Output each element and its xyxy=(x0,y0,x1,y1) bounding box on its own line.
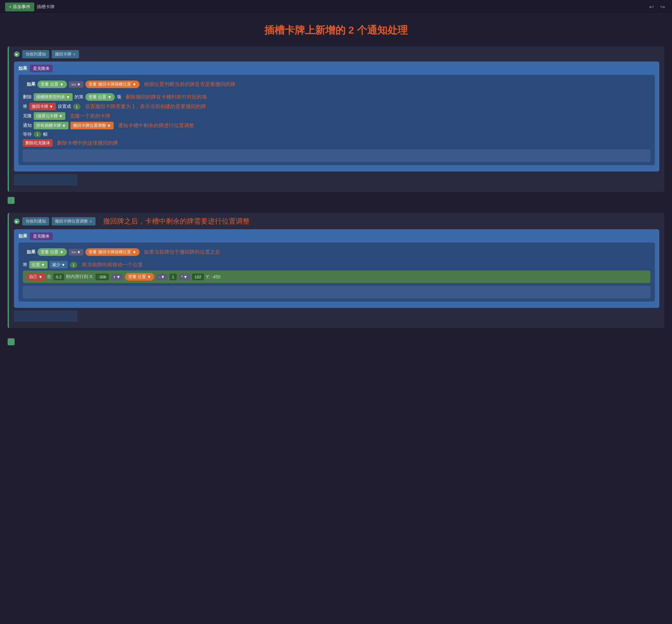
var-tag-2b[interactable]: 变量 撤回卡牌插槽位置 ▼ xyxy=(85,248,140,256)
tween-self-tag[interactable]: 自己 ▼ xyxy=(27,273,45,281)
tween-slide-kw: 秒内滑行到 X: xyxy=(66,274,94,280)
action-row-2-1: 将 位置 ▼ 减少 ▼ 1 将当前牌向前移动一个位置 xyxy=(23,261,650,268)
add-event-button[interactable]: + 添加事件 xyxy=(5,3,34,11)
condition-row-2: 如果 变量 位置 ▼ >= ▼ 变量 撤回卡牌插槽位置 ▼ xyxy=(23,246,650,258)
if-block-1: 如果 是克隆体 如果 变量 位置 ▼ == ▼ xyxy=(14,61,659,172)
tween-time: 0.2 xyxy=(53,274,64,280)
connector-area xyxy=(8,197,664,206)
op-tag-2[interactable]: >= ▼ xyxy=(69,249,83,256)
action-row-1-4: 通知 所有插槽卡牌 ▼ 撤回卡牌位置调整 ▼ 通知卡槽中剩余的牌进行位置调整 xyxy=(23,122,650,129)
action-mid-1-1: 的第 xyxy=(75,94,83,100)
event-block-2: ▶ 当收到通知 撤回卡牌位置调整 ▼ 撤回牌之后，卡槽中剩余的牌需要进行位置调整… xyxy=(8,213,664,328)
inner-block-1: 如果 变量 位置 ▼ == ▼ 变量 撤回卡牌插槽位置 ▼ xyxy=(18,75,655,165)
breadcrumb: 插槽卡牌 xyxy=(37,4,55,10)
action-kw-1-1: 删除 xyxy=(23,94,32,100)
action-end-1-1: 项 xyxy=(117,94,121,100)
var-tag-1b[interactable]: 变量 撤回卡牌插槽位置 ▼ xyxy=(85,81,140,88)
action-kw-1-4: 通知 xyxy=(23,123,32,128)
action-kw-1-2: 将 xyxy=(23,104,27,109)
trigger-dot-1: ▶ xyxy=(14,51,20,57)
event-header-1: ▶ 当收到通知 撤回卡牌 ▼ xyxy=(14,50,659,58)
spacer-2 xyxy=(23,286,650,298)
tween-x-base: -306 xyxy=(96,274,109,280)
var-arrow-1b: ▼ xyxy=(132,82,136,87)
trigger-label-1[interactable]: 当收到通知 xyxy=(22,50,49,58)
if-kw-2: 如果 xyxy=(18,233,27,239)
action-tag-pos-2[interactable]: 位置 ▼ xyxy=(29,261,48,268)
var-arrow-1a: ▼ xyxy=(60,82,64,87)
tween-y-val: -450 xyxy=(211,274,221,279)
condition-row-1: 如果 变量 位置 ▼ == ▼ 变量 撤回卡牌插槽位置 ▼ xyxy=(23,78,650,91)
connector-dot xyxy=(8,197,15,204)
page-title: 插槽卡牌上新增的 2 个通知处理 xyxy=(8,23,664,37)
action-tag-notify-target[interactable]: 所有插槽卡牌 ▼ xyxy=(34,122,69,129)
tween-minus-op[interactable]: - ▼ xyxy=(156,274,167,280)
comment-1-6: 删除卡槽中的这张撤回的牌 xyxy=(57,140,118,147)
var-tag-pos-1[interactable]: 变量 位置 ▼ xyxy=(85,93,115,101)
toolbar: + 添加事件 插槽卡牌 ↩ ↪ xyxy=(0,0,672,14)
if-inner-kw-2: 如果 xyxy=(27,249,35,255)
action-kw-1-5: 等待 xyxy=(23,132,32,137)
var-tag-1a[interactable]: 变量 位置 ▼ xyxy=(38,81,67,88)
comment-1-3: 克隆一个新的卡牌 xyxy=(70,113,110,120)
inner-block-2: 如果 变量 位置 ▼ >= ▼ 变量 撤回卡牌插槽位置 ▼ xyxy=(18,242,655,302)
var-tag-2a[interactable]: 变量 位置 ▼ xyxy=(38,248,67,256)
section-comment-2: 撤回牌之后，卡槽中剩余的牌需要进行位置调整 xyxy=(103,216,250,226)
main-content: 插槽卡牌上新增的 2 个通知处理 ▶ 当收到通知 撤回卡牌 ▼ 如果 是克隆体 xyxy=(0,14,672,352)
if-block-2: 如果 是克隆体 如果 变量 位置 ▼ >= ▼ xyxy=(14,229,659,308)
wait-unit: 帧 xyxy=(43,132,48,137)
event-block-1: ▶ 当收到通知 撤回卡牌 ▼ 如果 是克隆体 如果 变量 xyxy=(8,46,664,192)
action-row-1-5: 等待 1 帧 xyxy=(23,131,650,137)
tween-var-tag[interactable]: 变量 位置 ▼ xyxy=(125,273,154,281)
action-tag-delete-clone[interactable]: 删除此克隆体 xyxy=(23,139,53,147)
action-tag-decrease[interactable]: 减少 ▼ xyxy=(49,261,68,268)
action-tag-list[interactable]: 插槽牌类型列表 ▼ xyxy=(34,93,73,101)
action-kw-1-3: 克隆 xyxy=(23,113,32,119)
undo-button[interactable]: ↩ xyxy=(647,2,656,12)
comment-1-2: 设置撤回卡牌变量为 1，表示当前创建的是要撤回的牌 xyxy=(85,103,206,110)
action-tag-clone-src[interactable]: (场景1)卡牌 ▼ xyxy=(34,112,65,120)
if-kw-1: 如果 xyxy=(18,66,27,71)
spacer-1 xyxy=(23,149,650,162)
tween-y-kw: Y: xyxy=(206,274,210,279)
action-tag-notify-msg[interactable]: 撤回卡牌位置调整 ▼ xyxy=(70,122,114,129)
tween-row-2: 自己 ▼ 在 0.2 秒内滑行到 X: -306 + ▼ 变量 位置 ▼ xyxy=(23,270,650,283)
if-inner-kw-1: 如果 xyxy=(27,81,35,87)
is-clone-tag-1[interactable]: 是克隆体 xyxy=(30,65,53,72)
tween-mult1: 1 xyxy=(169,274,177,280)
val-badge-1-2: 1 xyxy=(73,104,81,110)
comment-2-1: 将当前牌向前移动一个位置 xyxy=(82,262,143,268)
action-row-1-2: 将 撤回卡牌 ▼ 设置成 1 设置撤回卡牌变量为 1，表示当前创建的是要撤回的牌 xyxy=(23,103,650,110)
tween-mult-op[interactable]: * ▼ xyxy=(179,274,190,280)
comment-cond-1: 根据位置判断当前的牌是否是要撤回的牌 xyxy=(144,81,235,88)
bottom-connector-dot xyxy=(8,338,15,345)
action-kw-2-1: 将 xyxy=(23,262,27,268)
trigger-arrow-1: ▼ xyxy=(73,53,76,56)
tween-mult2: 102 xyxy=(192,274,204,280)
tween-in-kw: 在 xyxy=(47,274,51,280)
decrease-val: 1 xyxy=(70,262,77,268)
action-row-1-6: 删除此克隆体 删除卡槽中的这张撤回的牌 xyxy=(23,139,650,147)
bottom-pad-2 xyxy=(14,310,77,322)
redo-button[interactable]: ↪ xyxy=(658,2,667,12)
trigger-value-1[interactable]: 撤回卡牌 ▼ xyxy=(52,50,79,58)
comment-cond-2: 如果当前牌位于撤回牌的位置之后 xyxy=(144,249,220,256)
trigger-arrow-2: ▼ xyxy=(89,220,92,223)
trigger-label-2[interactable]: 当收到通知 xyxy=(22,217,49,226)
trigger-dot-2: ▶ xyxy=(14,218,20,224)
action-row-1-3: 克隆 (场景1)卡牌 ▼ 克隆一个新的卡牌 xyxy=(23,112,650,120)
op-tag-1[interactable]: == ▼ xyxy=(69,81,83,88)
bottom-pad-1 xyxy=(14,174,77,185)
comment-1-4: 通知卡槽中剩余的牌进行位置调整 xyxy=(118,122,194,129)
action-row-1-1: 删除 插槽牌类型列表 ▼ 的第 变量 位置 ▼ 项 删除撤回的牌在卡槽列表中对应… xyxy=(23,93,650,101)
is-clone-tag-2[interactable]: 是克隆体 xyxy=(30,232,53,240)
if-header-2: 如果 是克隆体 xyxy=(18,232,655,240)
action-mid-1-2: 设置成 xyxy=(58,104,71,109)
tween-plus-op[interactable]: + ▼ xyxy=(111,274,123,280)
event-header-2: ▶ 当收到通知 撤回卡牌位置调整 ▼ 撤回牌之后，卡槽中剩余的牌需要进行位置调整 xyxy=(14,216,659,226)
action-tag-revoke[interactable]: 撤回卡牌 ▼ xyxy=(29,103,56,110)
trigger-value-2[interactable]: 撤回卡牌位置调整 ▼ xyxy=(52,217,96,226)
wait-val: 1 xyxy=(34,131,41,137)
if-header-1: 如果 是克隆体 xyxy=(18,65,655,72)
comment-1-1: 删除撤回的牌在卡槽列表中对应的项 xyxy=(126,94,207,101)
